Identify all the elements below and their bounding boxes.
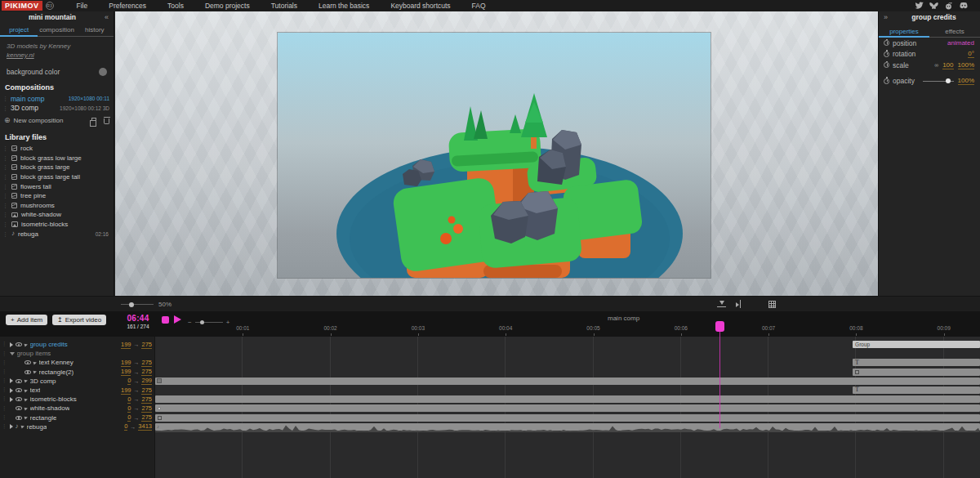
layer-name[interactable]: rectangle(2): [39, 369, 74, 376]
timeline-clip-row[interactable]: T: [155, 358, 980, 367]
menu-item-keyboard-shortcuts[interactable]: Keyboard shortcuts: [390, 2, 450, 10]
pointer-icon[interactable]: [24, 379, 28, 383]
menu-item-file[interactable]: File: [77, 2, 88, 10]
bluesky-icon[interactable]: [929, 2, 938, 10]
drag-handle-icon[interactable]: ⋮: [2, 193, 8, 199]
layer-in-value[interactable]: 0: [127, 404, 131, 413]
timeline-clip-row[interactable]: [155, 404, 980, 413]
property-value-2[interactable]: 100%: [958, 61, 974, 69]
timeline-clip-row[interactable]: [155, 377, 980, 386]
library-item[interactable]: ⋮rock: [0, 144, 114, 154]
layer-in-value[interactable]: 0: [124, 422, 127, 431]
clip-bar-rectangle[interactable]: [155, 414, 980, 422]
timeline-layer-row[interactable]: ⋮group items: [0, 349, 154, 358]
composition-row[interactable]: ⋮3D comp1920×1080 00:12 3D: [0, 104, 114, 114]
layer-out-value[interactable]: 275: [141, 413, 152, 422]
clip-bar-3D-comp[interactable]: [155, 377, 980, 385]
drag-handle-icon[interactable]: ⋮: [2, 369, 7, 375]
reddit-icon[interactable]: [944, 2, 953, 10]
timeline-layer-row[interactable]: ⋮♪rebuga0→3413: [0, 422, 154, 431]
pointer-icon[interactable]: [24, 342, 28, 346]
property-value[interactable]: 100%: [958, 77, 974, 85]
layer-in-value[interactable]: 199: [121, 359, 131, 367]
layer-name[interactable]: text Kenney: [39, 359, 74, 366]
clip-bar-isometric-blocks[interactable]: [155, 395, 980, 403]
eye-icon[interactable]: [16, 397, 22, 401]
notes-link[interactable]: kenney.nl: [7, 51, 34, 59]
timeline-clip-row[interactable]: [155, 368, 980, 377]
library-item[interactable]: ⋮block grass low large: [0, 154, 114, 163]
eye-icon[interactable]: [16, 388, 22, 392]
tab-effects[interactable]: effects: [929, 25, 980, 38]
link-icon[interactable]: ∞: [934, 62, 938, 68]
app-logo[interactable]: PIKIMOV: [2, 1, 42, 11]
eye-icon[interactable]: [24, 370, 31, 374]
timeline-layer-row[interactable]: ⋮3D comp0→299: [0, 377, 154, 386]
clip-bar-white-shadow[interactable]: [155, 404, 980, 412]
drag-handle-icon[interactable]: ⋮: [2, 231, 8, 237]
menu-item-faq[interactable]: FAQ: [472, 2, 486, 10]
layer-name[interactable]: group credits: [30, 341, 68, 348]
timeline-layer-row[interactable]: ⋮text199→275: [0, 386, 154, 395]
drag-handle-icon[interactable]: ⋮: [2, 406, 7, 412]
layer-in-value[interactable]: 0: [127, 377, 131, 385]
drag-handle-icon[interactable]: ⋮: [2, 96, 8, 101]
discord-icon[interactable]: [959, 2, 969, 10]
drag-handle-icon[interactable]: ⋮: [2, 378, 7, 384]
collapse-panel-icon[interactable]: «: [105, 13, 109, 21]
property-value[interactable]: 100: [942, 61, 953, 69]
add-item-button[interactable]: + Add item: [6, 315, 47, 325]
eye-icon[interactable]: [16, 416, 22, 420]
scene-canvas[interactable]: [278, 33, 710, 278]
library-item[interactable]: ⋮flowers tall: [0, 181, 114, 191]
twirl-icon[interactable]: [10, 352, 15, 355]
tab-properties[interactable]: properties: [879, 25, 929, 38]
layer-name[interactable]: group items: [17, 350, 51, 357]
layer-out-value[interactable]: 275: [141, 395, 152, 404]
drag-handle-icon[interactable]: ⋮: [2, 342, 7, 347]
layer-name[interactable]: rebuga: [27, 423, 47, 431]
drag-handle-icon[interactable]: ⋮: [2, 212, 8, 217]
drag-handle-icon[interactable]: ⋮: [2, 184, 8, 190]
duplicate-composition-icon[interactable]: [91, 118, 96, 123]
align-vertical-icon[interactable]: [717, 300, 726, 308]
stopwatch-icon[interactable]: [884, 62, 889, 68]
clip-bar-text[interactable]: T: [853, 386, 980, 394]
menu-item-tools[interactable]: Tools: [167, 2, 184, 10]
timeline-clip-row[interactable]: [155, 349, 980, 358]
library-item[interactable]: ⋮block grass large: [0, 163, 114, 172]
clip-bar-rebuga[interactable]: ♪: [155, 423, 980, 431]
drag-handle-icon[interactable]: ⋮: [2, 351, 7, 357]
pointer-icon[interactable]: [24, 388, 28, 392]
timeline-clip-row[interactable]: [155, 413, 980, 422]
viewport[interactable]: [115, 11, 878, 296]
timeline-clip-row[interactable]: ♪: [155, 422, 980, 431]
stopwatch-icon[interactable]: [884, 51, 889, 57]
timecode-display[interactable]: 06:44: [121, 314, 155, 323]
library-item[interactable]: ⋮block grass large tall: [0, 172, 114, 182]
drag-handle-icon[interactable]: ⋮: [2, 415, 7, 421]
timeline-layer-row[interactable]: ⋮rectangle0→275: [0, 413, 154, 422]
timeline-layer-row[interactable]: ⋮white-shadow0→275: [0, 404, 154, 413]
tab-project[interactable]: project: [0, 23, 38, 37]
library-item[interactable]: ⋮mushrooms: [0, 201, 114, 211]
layer-in-value[interactable]: 199: [121, 368, 131, 376]
property-value-animated[interactable]: animated: [947, 39, 974, 47]
timeline-zoom-slider[interactable]: [195, 322, 223, 323]
background-color-swatch[interactable]: [99, 68, 107, 76]
timeline-layer-row[interactable]: ⋮text Kenney199→275: [0, 358, 154, 367]
layer-out-value[interactable]: 275: [141, 359, 152, 367]
menu-item-demo-projects[interactable]: Demo projects: [205, 2, 250, 10]
timeline-layer-row[interactable]: ⋮group credits199→275: [0, 340, 154, 349]
pointer-icon[interactable]: [24, 406, 28, 410]
opacity-slider[interactable]: [923, 81, 954, 82]
eye-icon[interactable]: [24, 360, 31, 364]
clip-bar-group-credits[interactable]: Group: [853, 341, 980, 348]
stopwatch-icon[interactable]: [884, 78, 889, 84]
menu-item-preferences[interactable]: Preferences: [109, 2, 146, 10]
align-horizontal-icon[interactable]: [736, 300, 744, 308]
new-composition-button[interactable]: New composition: [14, 117, 88, 124]
layer-out-value[interactable]: 299: [141, 377, 152, 385]
stop-button[interactable]: [162, 316, 169, 324]
timeline-clip-row[interactable]: [155, 395, 980, 404]
